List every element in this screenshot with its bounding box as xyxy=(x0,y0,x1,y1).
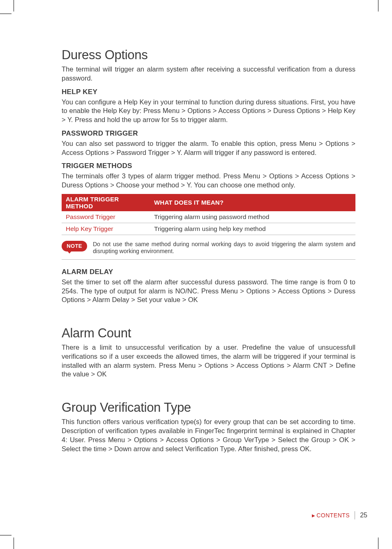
body-alarm-count: There is a limit to unsuccessful verific… xyxy=(62,343,355,379)
page-content: Duress Options The terminal will trigger… xyxy=(62,24,355,457)
section-title-duress: Duress Options xyxy=(62,48,355,62)
table-cell-meaning: Triggering alarm using help key method xyxy=(150,223,355,235)
footer-divider xyxy=(355,511,355,519)
table-row: Help Key Trigger Triggering alarm using … xyxy=(62,223,355,235)
heading-help-key: HELP KEY xyxy=(62,88,355,96)
table-header: WHAT DOES IT MEAN? xyxy=(150,194,355,211)
heading-alarm-delay: ALARM DELAY xyxy=(62,268,355,276)
section-title-group-verification: Group Verification Type xyxy=(62,400,355,415)
body-help-key: You can configure a Help Key in your ter… xyxy=(62,98,355,125)
body-password-trigger: You can also set password to trigger the… xyxy=(62,139,355,157)
body-trigger-methods: The terminals offer 3 types of alarm tri… xyxy=(62,172,355,190)
note-text: Do not use the same method during normal… xyxy=(93,241,355,255)
heading-password-trigger: PASSWORD TRIGGER xyxy=(62,129,355,138)
duress-intro: The terminal will trigger an alarm syste… xyxy=(62,65,355,83)
note-badge: NOTE xyxy=(62,241,87,251)
table-cell-method: Help Key Trigger xyxy=(62,223,150,235)
table-header: ALARM TRIGGER METHOD xyxy=(62,194,150,211)
crop-mark xyxy=(14,537,14,549)
table-cell-meaning: Triggering alarm using password method xyxy=(150,211,355,223)
contents-arrow-icon: ▶ xyxy=(312,513,315,518)
crop-mark xyxy=(378,537,378,549)
body-group-verification: This function offers various verificatio… xyxy=(62,418,355,453)
section-title-alarm-count: Alarm Count xyxy=(62,326,355,341)
note-callout: NOTE Do not use the same method during n… xyxy=(62,241,355,260)
body-alarm-delay: Set the timer to set off the alarm after… xyxy=(62,278,355,304)
contents-link[interactable]: CONTENTS xyxy=(316,512,350,519)
trigger-methods-table: ALARM TRIGGER METHOD WHAT DOES IT MEAN? … xyxy=(62,194,355,235)
page-footer: ▶ CONTENTS 25 xyxy=(312,511,367,519)
table-cell-method: Password Trigger xyxy=(62,211,150,223)
crop-mark xyxy=(14,0,14,12)
table-row: Password Trigger Triggering alarm using … xyxy=(62,211,355,223)
page-number: 25 xyxy=(360,512,367,519)
crop-mark xyxy=(0,535,12,535)
heading-trigger-methods: TRIGGER METHODS xyxy=(62,162,355,170)
crop-mark xyxy=(0,14,12,14)
crop-mark xyxy=(378,0,378,12)
